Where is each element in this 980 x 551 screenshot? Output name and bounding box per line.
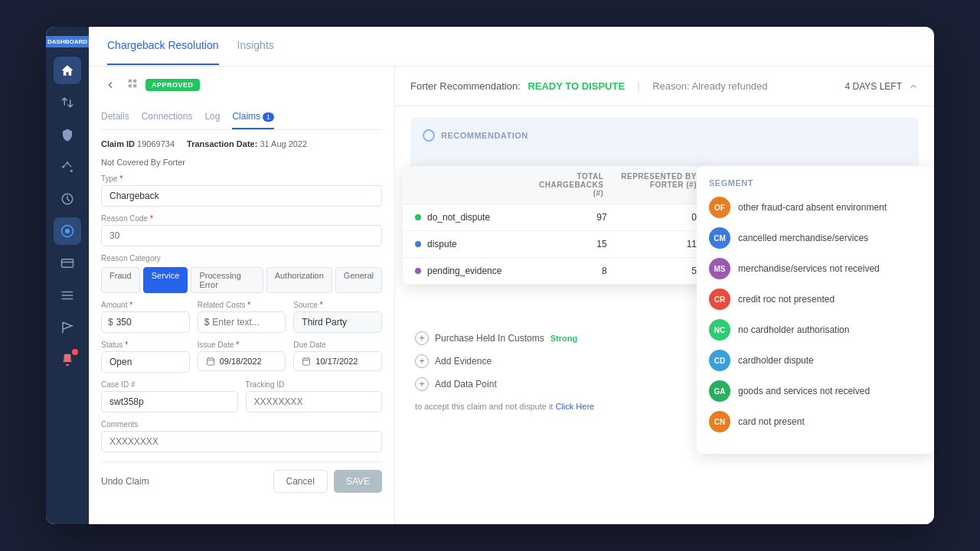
cancel-button[interactable]: Cancel (273, 470, 328, 493)
sub-tab-claims[interactable]: Claims1 (232, 105, 274, 129)
form-bottom: Undo Claim Cancel SAVE (101, 461, 382, 493)
segment-avatar-of: OF (709, 197, 730, 218)
type-label: Type * (101, 174, 382, 183)
sidebar-icon-target[interactable] (54, 217, 81, 245)
evidence-item-add[interactable]: + Add Evidence (403, 350, 709, 373)
segment-avatar-cr: CR (709, 289, 730, 310)
plus-icon-add[interactable]: + (415, 354, 429, 368)
save-button[interactable]: SAVE (334, 470, 382, 493)
sidebar-icon-card[interactable] (54, 249, 81, 277)
sidebar-icon-notification[interactable] (54, 346, 81, 373)
plus-icon-datapoint[interactable]: + (415, 377, 429, 391)
due-date-label: Due Date (293, 341, 382, 349)
issue-date-input[interactable]: 09/18/2022 (198, 351, 286, 371)
click-here-link[interactable]: Click Here (555, 402, 594, 411)
reason-prefix: Reason: Already refunded (652, 80, 767, 92)
tab-insights[interactable]: Insights (237, 28, 274, 65)
segment-item-cd: CD cardholder dispute (709, 350, 922, 371)
evidence-section: + Purchase Held In Customs Strong + Add … (403, 327, 709, 417)
case-id-input[interactable] (101, 391, 238, 412)
evidence-item-datapoint[interactable]: + Add Data Point (403, 373, 709, 396)
total-pending: 8 (547, 266, 606, 276)
segment-label-ga: goods and services not received (738, 386, 870, 396)
sidebar-icon-flag[interactable] (54, 314, 81, 341)
source-value: Third Party (293, 311, 382, 333)
form-topbar: APPROVED (101, 76, 382, 94)
sidebar-icon-list[interactable] (54, 282, 81, 309)
status-row: Status * Open Issue Date * 09/18/2022 (101, 341, 382, 373)
amount-prefix: $ (108, 317, 113, 328)
sub-tab-details[interactable]: Details (101, 105, 129, 129)
claim-info-row: Claim ID 19069734 Transaction Date: 31 A… (101, 139, 382, 148)
plus-icon[interactable]: + (415, 331, 429, 345)
reason-cat-tabs: Fraud Service Processing Error Authoriza… (101, 267, 382, 293)
not-covered-label: Not Covered By Forter (101, 158, 382, 167)
type-row: Type * Chargeback (101, 174, 382, 207)
top-nav: Chargeback Resolution Insights (89, 27, 934, 67)
rep-do-not-dispute: 0 (607, 212, 697, 223)
segment-item-cm: CM cancelled merchandise/services (709, 227, 922, 249)
undo-claim-button[interactable]: Undo Claim (101, 476, 149, 487)
segment-item-cr: CR credit roc not presented (709, 289, 922, 310)
reason-category-section: Reason Category Fraud Service Processing… (101, 254, 382, 293)
content-area: Chargeback Resolution Insights APPROVED (89, 27, 934, 524)
rep-pending: 5 (607, 266, 697, 276)
sidebar-icon-home[interactable] (54, 57, 81, 84)
cat-tab-general[interactable]: General (335, 267, 382, 293)
claim-id-value: 19069734 (137, 139, 175, 148)
cat-tab-authorization[interactable]: Authorization (266, 267, 332, 293)
tab-chargeback-resolution[interactable]: Chargeback Resolution (107, 28, 219, 65)
label-do-not-dispute: do_not_dispute (427, 212, 547, 223)
sidebar-icon-graph[interactable] (54, 153, 81, 181)
label-pending: pending_evidence (427, 266, 547, 276)
tracking-id-input[interactable] (246, 391, 383, 412)
svg-rect-10 (133, 84, 136, 87)
sub-tabs: Details Connections Log Claims1 (101, 105, 382, 130)
segment-label-ms: merchandise/services not received (738, 263, 880, 274)
back-button[interactable] (101, 76, 119, 94)
related-costs-input[interactable] (212, 312, 279, 332)
comments-input[interactable] (101, 431, 382, 452)
sidebar-icon-clock[interactable] (54, 185, 81, 213)
sub-tab-connections[interactable]: Connections (142, 105, 193, 129)
sidebar-icon-shield[interactable] (54, 121, 81, 148)
segment-avatar-nc: NC (709, 319, 730, 341)
svg-rect-9 (129, 84, 132, 87)
total-do-not-dispute: 97 (547, 212, 606, 223)
source-label: Source * (293, 301, 382, 309)
segment-item-cn: CN card not present (709, 411, 922, 432)
cat-tab-processing-error[interactable]: Processing Error (191, 267, 263, 293)
cat-tab-service[interactable]: Service (143, 267, 188, 293)
sub-tab-log[interactable]: Log (204, 105, 220, 129)
claim-id-label: Claim ID (101, 139, 135, 148)
svg-rect-11 (207, 358, 214, 365)
add-data-point-label: Add Data Point (435, 379, 497, 390)
chargebacks-table: TOTAL CHARGEBACKS (#) REPRESENTED BY FOR… (403, 166, 709, 285)
table-row: dispute 15 11 (403, 231, 709, 258)
due-date-input[interactable]: 10/17/2022 (293, 351, 382, 371)
svg-point-5 (65, 229, 70, 233)
svg-rect-7 (129, 80, 132, 83)
table-row: pending_evidence 8 5 (403, 258, 709, 285)
reason-code-input[interactable] (101, 225, 382, 246)
claims-badge: 1 (263, 112, 274, 122)
evidence-item-customs: + Purchase Held In Customs Strong (403, 327, 709, 350)
case-id-field: Case ID # (101, 380, 238, 412)
type-field: Type * Chargeback (101, 174, 382, 207)
status-select[interactable]: Open (101, 351, 190, 373)
sidebar-icon-exchange[interactable] (54, 89, 81, 116)
approved-badge: APPROVED (145, 79, 200, 91)
type-select[interactable]: Chargeback (101, 185, 382, 207)
rec-circle-icon (423, 129, 435, 142)
col-represented: REPRESENTED BY FORTER (#) (603, 172, 697, 197)
due-date-value: 10/17/2022 (315, 357, 358, 366)
days-left: 4 DAYS LEFT (845, 81, 919, 92)
main-container: DASHBOARD (46, 27, 934, 524)
segment-label-cd: cardholder dispute (738, 355, 814, 366)
issue-date-field: Issue Date * 09/18/2022 (198, 341, 286, 373)
segment-panel: SEGMENT OF other fraud-card absent envir… (697, 166, 934, 454)
dashboard-badge: DASHBOARD (46, 36, 91, 47)
cat-tab-fraud[interactable]: Fraud (101, 267, 140, 293)
amount-input[interactable] (116, 312, 183, 332)
tracking-id-label: Tracking ID (246, 380, 383, 389)
